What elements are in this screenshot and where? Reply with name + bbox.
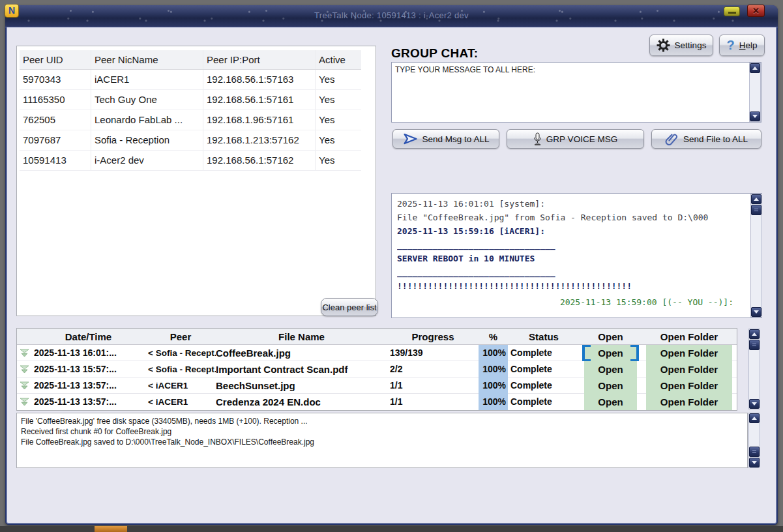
chat-line: SERVER REBOOT in 10 MINUTES bbox=[397, 252, 743, 265]
open-folder-button[interactable]: Open Folder bbox=[646, 345, 732, 361]
transfer-row[interactable]: 2025-11-13 15:57:... < Sofia - Recept...… bbox=[17, 361, 737, 377]
transfer-peer: < Sofia - Recept... bbox=[145, 361, 216, 377]
scroll-up-button[interactable] bbox=[749, 413, 760, 423]
chat-divider: _______________________________ bbox=[397, 238, 743, 252]
peer-active: Yes bbox=[316, 90, 361, 110]
transfers-table: Date/Time Peer File Name Progress % Stat… bbox=[16, 328, 737, 411]
scroll-down-button[interactable] bbox=[749, 458, 760, 467]
voice-msg-label: GRP VOICE MSG bbox=[546, 134, 617, 144]
taskbar-active-item[interactable] bbox=[95, 526, 127, 532]
status-log-scrollbar bbox=[748, 413, 760, 468]
scroll-down-button[interactable] bbox=[749, 399, 760, 409]
open-button[interactable]: Open bbox=[584, 394, 637, 410]
chat-line: 2025-11-13 15:59:00 [(-- YOU --)]: bbox=[397, 295, 743, 309]
chat-line: 2025-11-13 15:59:16 [iACER1]: bbox=[397, 224, 743, 238]
transfer-peer: < iACER1 bbox=[145, 394, 216, 410]
open-folder-button[interactable]: Open Folder bbox=[646, 394, 732, 410]
scroll-up-button[interactable] bbox=[749, 329, 760, 339]
transfer-percent: 100% bbox=[479, 394, 508, 410]
open-button[interactable]: Open bbox=[584, 377, 637, 394]
transfer-datetime: 2025-11-13 13:57:... bbox=[31, 377, 145, 394]
transfer-status: Complete bbox=[508, 394, 580, 410]
peer-nicname: i-Acer2 dev bbox=[91, 151, 203, 170]
peer-list-panel[interactable]: Peer UID Peer NicName Peer IP:Port Activ… bbox=[16, 46, 376, 316]
transfer-filename: Credenza 2024 EN.doc bbox=[216, 394, 387, 410]
transfer-progress: 139/139 bbox=[387, 345, 479, 361]
peer-row[interactable]: 762505 Leonardo FabLab ... 192.168.1.96:… bbox=[20, 110, 361, 130]
percent-header: % bbox=[479, 331, 508, 342]
peer-nicname: Tech Guy One bbox=[91, 90, 203, 110]
peer-uid: 7097687 bbox=[20, 130, 91, 150]
grp-voice-msg-button[interactable]: GRP VOICE MSG bbox=[507, 129, 644, 149]
transfer-row[interactable]: 2025-11-13 16:01:... < Sofia - Recept...… bbox=[17, 345, 737, 361]
send-msg-label: Send Msg to ALL bbox=[422, 134, 490, 144]
message-scrollbar bbox=[749, 63, 761, 122]
scroll-down-button[interactable] bbox=[751, 307, 761, 317]
send-icon bbox=[403, 133, 418, 145]
open-folder-header: Open Folder bbox=[642, 331, 737, 342]
transfer-progress: 1/1 bbox=[387, 394, 479, 410]
scrollbar-thumb[interactable] bbox=[749, 340, 760, 350]
peer-table-header: Peer UID Peer NicName Peer IP:Port Activ… bbox=[20, 50, 361, 70]
open-header: Open bbox=[580, 331, 642, 342]
transfer-peer: < Sofia - Recept... bbox=[145, 345, 216, 361]
transfer-percent: 100% bbox=[479, 345, 508, 361]
help-button[interactable]: ? Help bbox=[719, 35, 765, 56]
send-msg-to-all-button[interactable]: Send Msg to ALL bbox=[392, 129, 499, 149]
peer-ipport-header: Peer IP:Port bbox=[203, 50, 316, 69]
peer-header: Peer bbox=[145, 331, 216, 342]
peer-uid-header: Peer UID bbox=[20, 50, 91, 69]
status-line: File CoffeeBreak.jpg saved to D:\000\Tre… bbox=[21, 437, 743, 447]
peer-active: Yes bbox=[316, 151, 361, 170]
peer-row[interactable]: 7097687 Sofia - Reception 192.168.1.213:… bbox=[20, 130, 361, 151]
status-header: Status bbox=[508, 331, 580, 342]
transfer-row[interactable]: 2025-11-13 13:57:... < iACER1 Credenza 2… bbox=[17, 394, 737, 410]
open-button[interactable]: Open bbox=[584, 345, 637, 361]
chat-log[interactable]: 2025-11-13 16:01:01 [system]: File "Coff… bbox=[391, 193, 762, 318]
settings-button[interactable]: Settings bbox=[649, 35, 713, 56]
chat-line: File "CoffeeBreak.jpg" from Sofia - Rece… bbox=[397, 211, 743, 224]
transfer-peer: < iACER1 bbox=[145, 377, 216, 394]
minimize-button[interactable] bbox=[724, 7, 740, 16]
open-button[interactable]: Open bbox=[584, 361, 637, 377]
filename-header: File Name bbox=[216, 331, 387, 342]
clean-peer-list-button[interactable]: Clean peer list bbox=[321, 298, 378, 316]
status-line: Received first chunk #0 for CoffeeBreak.… bbox=[21, 426, 743, 437]
peer-row[interactable]: 11165350 Tech Guy One 192.168.56.1:57161… bbox=[20, 90, 361, 110]
scrollbar-thumb[interactable] bbox=[751, 205, 761, 215]
transfers-header: Date/Time Peer File Name Progress % Stat… bbox=[17, 329, 737, 345]
scroll-up-button[interactable] bbox=[751, 194, 761, 204]
open-folder-button[interactable]: Open Folder bbox=[646, 377, 732, 394]
close-button[interactable]: ✕ bbox=[747, 5, 765, 17]
peer-nicname: Leonardo FabLab ... bbox=[91, 110, 203, 130]
peer-table: Peer UID Peer NicName Peer IP:Port Activ… bbox=[20, 50, 361, 171]
arrow-up-icon bbox=[752, 417, 757, 420]
peer-ipport: 192.168.56.1:57161 bbox=[203, 90, 316, 110]
scroll-down-button[interactable] bbox=[750, 111, 760, 121]
peer-active-header: Active bbox=[316, 50, 361, 69]
peer-nicname: Sofia - Reception bbox=[91, 130, 203, 150]
peer-ipport: 192.168.1.213:57162 bbox=[203, 130, 316, 150]
arrow-down-icon bbox=[752, 461, 757, 464]
scroll-up-button[interactable] bbox=[750, 63, 760, 73]
send-file-to-all-button[interactable]: Send File to ALL bbox=[651, 129, 761, 149]
peer-row[interactable]: 10591413 i-Acer2 dev 192.168.56.1:57162 … bbox=[20, 151, 361, 171]
gear-icon bbox=[657, 38, 670, 52]
transfer-status: Complete bbox=[508, 361, 580, 377]
transfers-scrollbar bbox=[748, 329, 760, 409]
app-icon: N bbox=[5, 4, 19, 18]
group-message-input[interactable]: TYPE YOUR MESSAGE TO ALL HERE: bbox=[392, 63, 749, 122]
settings-button-label: Settings bbox=[675, 40, 707, 50]
status-log[interactable]: File 'CoffeeBreak.jpg' free disk space (… bbox=[16, 413, 748, 468]
group-chat-heading: GROUP CHAT: bbox=[391, 46, 479, 61]
scrollbar-thumb[interactable] bbox=[749, 447, 760, 457]
transfer-row[interactable]: 2025-11-13 13:57:... < iACER1 BeechSunse… bbox=[17, 377, 737, 394]
arrow-up-icon bbox=[752, 66, 758, 70]
desktop: TreeTalk Node: 10591413 : i-Acer2 dev N … bbox=[0, 0, 783, 532]
minimize-icon bbox=[728, 12, 736, 14]
open-folder-button[interactable]: Open Folder bbox=[646, 361, 732, 377]
titlebar[interactable]: TreeTalk Node: 10591413 : i-Acer2 dev bbox=[5, 5, 778, 27]
close-icon: ✕ bbox=[752, 6, 760, 16]
peer-row[interactable]: 5970343 iACER1 192.168.56.1:57163 Yes bbox=[20, 70, 361, 90]
transfer-progress: 1/1 bbox=[387, 377, 479, 394]
